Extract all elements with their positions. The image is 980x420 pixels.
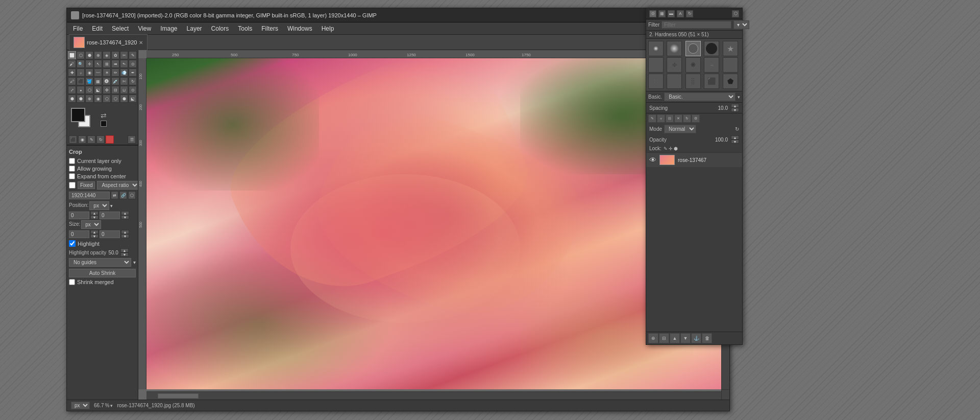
tool-warp[interactable]: ⬑ — [120, 60, 128, 68]
tool-delete-icon[interactable]: ✕ — [674, 114, 682, 123]
opacity-up-btn[interactable]: ▲ — [731, 135, 739, 139]
menu-image[interactable]: Image — [156, 24, 181, 33]
tool-color-picker[interactable]: 💉 — [111, 77, 119, 85]
tool-refresh-icon[interactable]: ↻ — [683, 114, 691, 123]
pos-y-down[interactable]: ▼ — [121, 215, 129, 219]
action-up-icon[interactable]: ▲ — [670, 333, 680, 343]
menu-view[interactable]: View — [134, 24, 155, 33]
tool-fuzzy-select[interactable]: ⊕ — [94, 51, 102, 59]
tool-alignment[interactable]: ↖ — [94, 60, 102, 68]
aspect-ratio-dropdown[interactable]: Aspect ratio — [97, 181, 138, 190]
tool-zoom[interactable]: 🔍 — [77, 60, 85, 68]
tool-paintbrush[interactable]: 🖌 — [68, 60, 76, 68]
brush-texture-1[interactable]: ⬛ — [704, 74, 719, 89]
panel-icon-font[interactable]: A — [677, 10, 684, 17]
tool-extra2[interactable]: ◉ — [94, 95, 102, 103]
brush-solid-large[interactable] — [704, 41, 719, 56]
tool-perspective[interactable]: ⬡ — [85, 86, 93, 94]
menu-layer[interactable]: Layer — [183, 24, 206, 33]
channels-icon[interactable]: ◉ — [78, 135, 86, 144]
lock-alpha-icon[interactable]: ⬢ — [674, 146, 678, 151]
brush-scatter-3[interactable]: ❋ — [685, 57, 701, 73]
menu-select[interactable]: Select — [108, 24, 133, 33]
panel-icon-pattern[interactable]: ▦ — [658, 10, 666, 17]
tool-scissors[interactable]: ✂ — [120, 51, 128, 59]
reset-colors-icon[interactable] — [101, 121, 107, 127]
size-y-down[interactable]: ▼ — [121, 234, 129, 238]
unit-select[interactable]: px — [71, 402, 90, 409]
tool-gradient[interactable]: ▦ — [94, 77, 102, 85]
tool-paths[interactable]: ✎ — [129, 51, 137, 59]
tool-rotate[interactable]: ↻ — [129, 77, 137, 85]
tool-flip[interactable]: ⬕ — [94, 86, 102, 94]
tab-close-button[interactable]: ✕ — [139, 40, 143, 45]
highlight-checkbox[interactable] — [69, 240, 76, 247]
layers-icon[interactable]: ⬛ — [69, 135, 77, 144]
panel-icon-brush[interactable]: ⊙ — [649, 10, 656, 17]
tool-align[interactable]: ⊟ — [111, 86, 119, 94]
action-delete-icon[interactable]: 🗑 — [702, 333, 712, 343]
menu-filters[interactable]: Filters — [257, 24, 282, 33]
menu-help[interactable]: Help — [317, 24, 338, 33]
opacity-up[interactable]: ▲ — [120, 248, 129, 252]
tool-perspective-clone[interactable]: ⬦ — [77, 68, 85, 77]
layer-visibility-icon[interactable]: 👁 — [649, 156, 656, 164]
tool-shear[interactable]: ⬥ — [77, 86, 85, 94]
presets-dropdown[interactable]: Basic. — [664, 92, 736, 101]
tool-extra6[interactable]: ⬕ — [129, 95, 137, 103]
tool-airbrush[interactable]: 💨 — [120, 68, 128, 77]
panel-icon-history[interactable]: ↻ — [686, 10, 693, 17]
tool-heal[interactable]: ✚ — [68, 68, 76, 77]
tool-extra5[interactable]: ⬣ — [120, 95, 128, 103]
fixed-checkbox[interactable] — [69, 182, 76, 189]
history-icon[interactable]: ↻ — [96, 135, 105, 144]
size-y-up[interactable]: ▲ — [121, 230, 129, 234]
tool-dodge[interactable]: ☀ — [103, 68, 111, 77]
tool-mypaint[interactable]: 🖊 — [68, 77, 76, 85]
tool-edit-icon[interactable]: ✎ — [648, 114, 656, 123]
foreground-color[interactable] — [71, 108, 85, 122]
brush-hard-selected[interactable] — [685, 41, 701, 56]
brush-spray-3[interactable]: ⣿ — [685, 74, 701, 89]
tool-scale[interactable]: ⤢ — [68, 86, 76, 94]
tool-eraser[interactable]: ⬛ — [77, 77, 85, 85]
brush-texture-2[interactable]: ⬟ — [723, 74, 738, 89]
tool-blur[interactable]: ◉ — [85, 68, 93, 77]
filter-input[interactable] — [662, 21, 731, 29]
pos-x-down[interactable]: ▼ — [90, 215, 99, 219]
scrollbar-horizontal[interactable] — [146, 391, 729, 400]
brush-soft-medium[interactable] — [667, 41, 682, 56]
pos-y-up[interactable]: ▲ — [121, 211, 129, 215]
allow-growing-checkbox[interactable] — [69, 166, 75, 172]
tool-filter[interactable]: ⬢ — [68, 95, 76, 103]
shrink-merged-checkbox[interactable] — [69, 279, 75, 285]
mode-dropdown[interactable]: Normal — [664, 125, 696, 133]
tool-move[interactable]: ✜ — [103, 86, 111, 94]
panel-icon-gradient[interactable]: ▬ — [668, 10, 675, 17]
menu-edit[interactable]: Edit — [88, 24, 107, 33]
opacity-down-btn[interactable]: ▼ — [731, 139, 739, 144]
tool-transform[interactable]: ⊞ — [103, 60, 111, 68]
brush-scatter-1[interactable]: ✦ — [648, 57, 664, 73]
brush-dots-1[interactable]: ••• — [704, 57, 719, 73]
menu-file[interactable]: File — [69, 24, 87, 33]
chain-icon[interactable]: 🔗 — [119, 191, 127, 199]
tool-select-color[interactable]: ◈ — [103, 51, 111, 59]
action-duplicate-icon[interactable]: ⊟ — [659, 333, 669, 343]
panel-expand-icon[interactable]: ⬡ — [732, 10, 739, 17]
brush-spray-1[interactable]: ∷ — [648, 74, 664, 89]
action-anchor-icon[interactable]: ⚓ — [691, 333, 701, 343]
tool-add-icon[interactable]: + — [657, 114, 665, 123]
tool-crop[interactable]: ✄ — [120, 77, 128, 85]
size-y-input[interactable] — [100, 230, 120, 238]
brush-star[interactable]: ★ — [723, 41, 738, 56]
tool-extra4[interactable]: ⬡ — [111, 95, 119, 103]
size-unit-dropdown[interactable]: px — [81, 220, 101, 229]
tool-measure[interactable]: ✛ — [85, 60, 93, 68]
position-x-input[interactable] — [69, 212, 89, 219]
action-down-icon[interactable]: ▼ — [680, 333, 691, 343]
menu-windows[interactable]: Windows — [283, 24, 316, 33]
brush-scatter-2[interactable]: ✤ — [667, 57, 682, 73]
dimension-input[interactable] — [69, 192, 110, 199]
position-unit-dropdown[interactable]: px — [89, 201, 109, 210]
